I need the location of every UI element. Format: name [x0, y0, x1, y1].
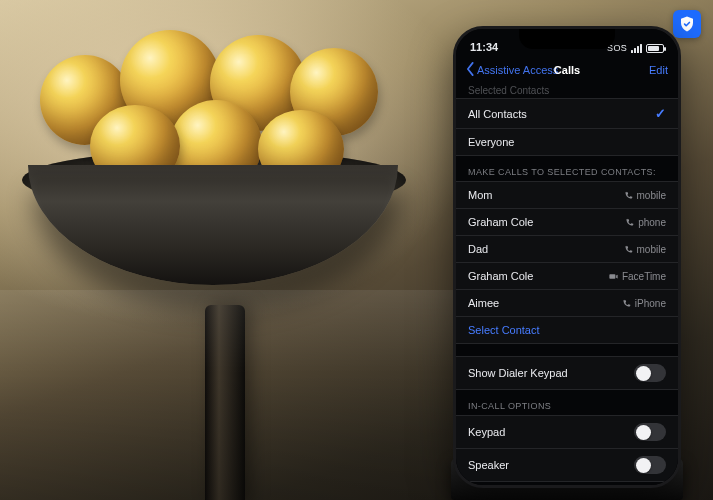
selected-contacts-list: Mom mobile Graham Cole phone Dad mobile …	[456, 181, 678, 344]
contact-row[interactable]: Mom mobile	[456, 181, 678, 208]
checkmark-icon: ✓	[655, 106, 666, 121]
contact-type: iPhone	[635, 298, 666, 309]
option-everyone[interactable]: Everyone	[456, 128, 678, 156]
phone-icon	[622, 299, 631, 308]
show-dialer-keypad-row[interactable]: Show Dialer Keypad	[456, 356, 678, 390]
phone-icon	[624, 191, 633, 200]
select-contact-button[interactable]: Select Contact	[456, 316, 678, 344]
switch-toggle[interactable]	[634, 456, 666, 474]
contact-name: Graham Cole	[468, 270, 533, 282]
switch-toggle[interactable]	[634, 364, 666, 382]
cell-label: Keypad	[468, 426, 505, 438]
chevron-left-icon	[466, 62, 475, 78]
iphone-device: 11:34 SOS Assistive Access Calls Edit Se…	[453, 26, 681, 488]
option-all-contacts[interactable]: All Contacts ✓	[456, 98, 678, 128]
navbar: Assistive Access Calls Edit	[456, 55, 678, 85]
battery-icon	[646, 44, 664, 53]
incall-keypad-row[interactable]: Keypad	[456, 415, 678, 448]
contact-type: mobile	[637, 190, 666, 201]
cell-label: Show Dialer Keypad	[468, 367, 568, 379]
wifi-icon	[631, 44, 642, 53]
page-title: Calls	[554, 64, 580, 76]
contact-type: mobile	[637, 244, 666, 255]
facetime-icon	[609, 272, 618, 281]
contact-row[interactable]: Dad mobile	[456, 235, 678, 262]
shield-check-icon	[678, 15, 696, 33]
section-header-incall: IN-CALL OPTIONS	[456, 390, 678, 415]
status-time: 11:34	[470, 41, 498, 53]
truncated-prior-row: Selected Contacts	[456, 85, 678, 98]
phone-icon	[624, 245, 633, 254]
phone-icon	[625, 218, 634, 227]
glass-table-reflection	[0, 290, 480, 500]
screen: 11:34 SOS Assistive Access Calls Edit Se…	[456, 29, 678, 485]
cell-label: Speaker	[468, 459, 509, 471]
cell-label: Select Contact	[468, 324, 540, 336]
incall-speaker-row[interactable]: Speaker	[456, 448, 678, 482]
contact-name: Aimee	[468, 297, 499, 309]
edit-button[interactable]: Edit	[649, 64, 668, 76]
contact-type: FaceTime	[622, 271, 666, 282]
contact-name: Graham Cole	[468, 216, 533, 228]
cell-label: All Contacts	[468, 108, 527, 120]
contact-name: Mom	[468, 189, 492, 201]
who-can-call-list: All Contacts ✓ Everyone	[456, 98, 678, 156]
section-header-make-calls: MAKE CALLS TO SELECTED CONTACTS:	[456, 156, 678, 181]
back-label: Assistive Access	[477, 64, 558, 76]
shield-check-logo-badge	[673, 10, 701, 38]
switch-toggle[interactable]	[634, 423, 666, 441]
dialer-options-list: Show Dialer Keypad	[456, 356, 678, 390]
contact-row[interactable]: Graham Cole FaceTime	[456, 262, 678, 289]
contact-name: Dad	[468, 243, 488, 255]
back-button[interactable]: Assistive Access	[466, 62, 558, 78]
cell-label: Everyone	[468, 136, 514, 148]
contact-row[interactable]: Aimee iPhone	[456, 289, 678, 316]
contact-row[interactable]: Graham Cole phone	[456, 208, 678, 235]
notch	[519, 29, 615, 49]
incall-options-list: Keypad Speaker	[456, 415, 678, 482]
contact-type: phone	[638, 217, 666, 228]
